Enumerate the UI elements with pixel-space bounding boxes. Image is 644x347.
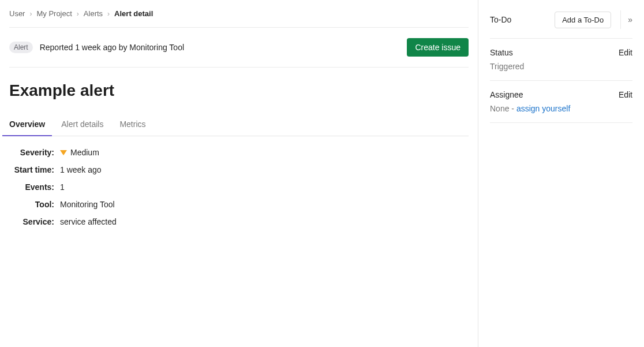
status-title: Status: [490, 48, 513, 57]
add-todo-button[interactable]: Add a To-Do: [555, 12, 611, 28]
todo-label: To-Do: [490, 15, 548, 24]
collapse-divider: »: [620, 10, 632, 29]
breadcrumb-project[interactable]: My Project: [36, 9, 72, 18]
alert-reported-meta: Reported 1 week ago by Monitoring Tool: [40, 43, 184, 52]
tool-label: Tool:: [9, 200, 60, 209]
events-value: 1: [60, 182, 65, 192]
chevron-right-icon: ›: [29, 10, 32, 18]
status-value: Triggered: [490, 62, 632, 71]
tab-alert-details[interactable]: Alert details: [61, 114, 103, 136]
assignee-value: None - assign yourself: [490, 104, 632, 113]
field-severity: Severity: Medium: [9, 148, 469, 157]
start-time-value: 1 week ago: [60, 165, 102, 174]
start-time-label: Start time:: [9, 165, 60, 174]
field-events: Events: 1: [9, 182, 469, 192]
events-label: Events:: [9, 182, 60, 192]
severity-medium-icon: [60, 150, 67, 155]
assignee-header: Assignee Edit: [490, 90, 632, 99]
field-service: Service: service affected: [9, 217, 469, 226]
tabs: Overview Alert details Metrics: [9, 114, 469, 136]
sidebar: To-Do Add a To-Do » Status Edit Triggere…: [478, 0, 644, 347]
field-tool: Tool: Monitoring Tool: [9, 200, 469, 209]
sidebar-assignee: Assignee Edit None - assign yourself: [490, 81, 632, 123]
chevron-right-icon: ›: [107, 10, 110, 18]
severity-value: Medium: [60, 148, 99, 157]
assignee-none: None -: [490, 104, 516, 113]
todo-row: To-Do Add a To-Do »: [490, 10, 632, 29]
tab-metrics[interactable]: Metrics: [119, 114, 145, 136]
alert-type-badge: Alert: [9, 42, 33, 53]
alert-header: Alert Reported 1 week ago by Monitoring …: [9, 28, 469, 68]
severity-label: Severity:: [9, 148, 60, 157]
breadcrumb-user[interactable]: User: [9, 9, 25, 18]
breadcrumb-alerts[interactable]: Alerts: [84, 9, 103, 18]
sidebar-todo: To-Do Add a To-Do »: [490, 9, 632, 39]
tool-value: Monitoring Tool: [60, 200, 115, 209]
service-label: Service:: [9, 217, 60, 226]
severity-text: Medium: [70, 148, 99, 157]
tab-overview[interactable]: Overview: [9, 114, 45, 136]
assign-yourself-link[interactable]: assign yourself: [516, 104, 570, 113]
overview-fields: Severity: Medium Start time: 1 week ago …: [9, 148, 469, 226]
breadcrumb: User › My Project › Alerts › Alert detai…: [9, 9, 469, 28]
main-content: User › My Project › Alerts › Alert detai…: [0, 0, 478, 347]
alert-title: Example alert: [9, 81, 469, 100]
field-start-time: Start time: 1 week ago: [9, 165, 469, 174]
status-header: Status Edit: [490, 48, 632, 57]
alert-header-left: Alert Reported 1 week ago by Monitoring …: [9, 42, 184, 53]
breadcrumb-current: Alert detail: [114, 9, 153, 18]
sidebar-status: Status Edit Triggered: [490, 39, 632, 81]
status-edit-button[interactable]: Edit: [619, 48, 632, 57]
create-issue-button[interactable]: Create issue: [407, 38, 469, 57]
assignee-title: Assignee: [490, 90, 523, 99]
assignee-edit-button[interactable]: Edit: [619, 90, 632, 99]
chevron-right-icon: ›: [77, 10, 79, 18]
collapse-sidebar-icon[interactable]: »: [628, 15, 632, 24]
service-value: service affected: [60, 217, 117, 226]
